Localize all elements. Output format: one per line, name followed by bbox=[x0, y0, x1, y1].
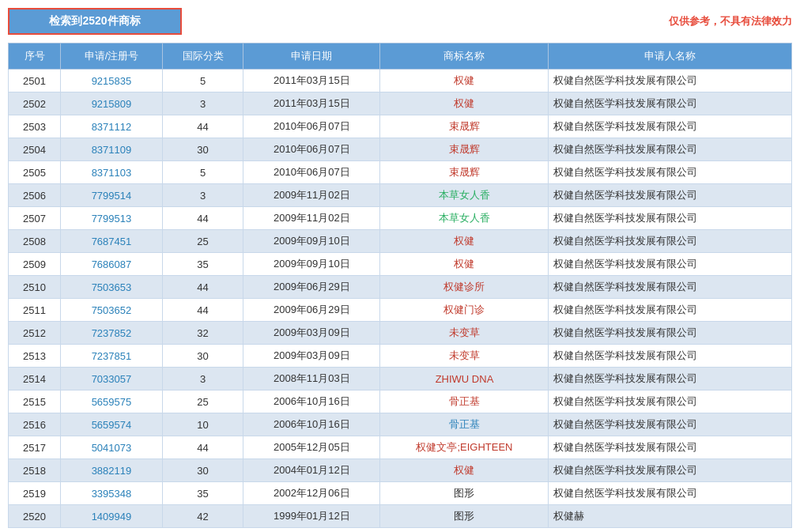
reg-no-link[interactable]: 1409949 bbox=[92, 511, 132, 523]
cell-applicant: 权健自然医学科技发展有限公司 bbox=[549, 138, 792, 161]
reg-no-link[interactable]: 7799513 bbox=[92, 213, 132, 224]
reg-no-link[interactable]: 3395348 bbox=[92, 488, 132, 500]
reg-no-link[interactable]: 7503653 bbox=[92, 281, 132, 293]
cell-reg-no: 9215835 bbox=[61, 70, 163, 92]
col-applicant: 申请人名称 bbox=[549, 43, 792, 70]
trademark-link[interactable]: 权健门诊 bbox=[443, 304, 485, 315]
cell-seq: 2506 bbox=[9, 184, 61, 207]
cell-trademark: 权健 bbox=[380, 253, 549, 276]
reg-no-link[interactable]: 9215809 bbox=[92, 98, 132, 110]
table-row: 25155659575252006年10月16日骨正基权健自然医学科技发展有限公… bbox=[9, 391, 792, 413]
trademark-link[interactable]: 本草女人香 bbox=[439, 189, 490, 201]
cell-reg-no: 7503652 bbox=[61, 299, 163, 322]
cell-applicant: 权健自然医学科技发展有限公司 bbox=[549, 299, 792, 322]
trademark-link[interactable]: ZHIWU DNA bbox=[436, 373, 494, 385]
reg-no-link[interactable]: 5041073 bbox=[92, 442, 132, 454]
cell-reg-no: 7503653 bbox=[61, 276, 163, 299]
cell-trademark: 权健诊所 bbox=[380, 276, 549, 299]
cell-int-class: 5 bbox=[162, 161, 243, 184]
cell-seq: 2503 bbox=[9, 115, 61, 138]
table-row: 2501921583552011年03月15日权健权健自然医学科技发展有限公司 bbox=[9, 70, 792, 92]
trademark-link[interactable]: 未变草 bbox=[449, 326, 480, 338]
trademark-link[interactable]: 束晟辉 bbox=[449, 143, 480, 155]
cell-trademark: 图形 bbox=[380, 505, 549, 528]
trademark-link[interactable]: 权健 bbox=[454, 235, 474, 247]
table-row: 25087687451252009年09月10日权健权健自然医学科技发展有限公司 bbox=[9, 230, 792, 253]
cell-applicant: 权健自然医学科技发展有限公司 bbox=[549, 184, 792, 207]
cell-apply-date: 2011年03月15日 bbox=[243, 92, 380, 115]
reg-no-link[interactable]: 8371112 bbox=[92, 121, 132, 133]
reg-no-link[interactable]: 3882119 bbox=[92, 465, 132, 477]
reg-no-link[interactable]: 9215835 bbox=[92, 75, 132, 87]
cell-applicant: 权健自然医学科技发展有限公司 bbox=[549, 161, 792, 184]
cell-applicant: 权健自然医学科技发展有限公司 bbox=[549, 276, 792, 299]
cell-apply-date: 2009年03月09日 bbox=[243, 322, 380, 345]
cell-int-class: 30 bbox=[162, 345, 243, 368]
cell-int-class: 3 bbox=[162, 368, 243, 391]
trademark-link[interactable]: 骨正基 bbox=[449, 395, 480, 407]
cell-trademark: 本草女人香 bbox=[380, 207, 549, 230]
reg-no-link[interactable]: 7687451 bbox=[92, 236, 132, 247]
trademark-link[interactable]: 权健文亭;EIGHTEEN bbox=[416, 441, 512, 453]
cell-reg-no: 9215809 bbox=[61, 92, 163, 115]
reg-no-link[interactable]: 7686087 bbox=[92, 258, 132, 270]
search-header: 检索到2520件商标 仅供参考，不具有法律效力 bbox=[8, 8, 792, 35]
cell-seq: 2509 bbox=[9, 253, 61, 276]
cell-seq: 2517 bbox=[9, 436, 61, 459]
trademark-link[interactable]: 束晟辉 bbox=[449, 120, 480, 132]
reg-no-link[interactable]: 8371103 bbox=[92, 167, 132, 179]
reg-no-link[interactable]: 7237851 bbox=[92, 350, 132, 362]
cell-reg-no: 8371103 bbox=[61, 161, 163, 184]
trademark-link[interactable]: 束晟辉 bbox=[449, 166, 480, 178]
cell-seq: 2508 bbox=[9, 230, 61, 253]
col-trademark: 商标名称 bbox=[380, 43, 549, 70]
trademark-link[interactable]: 图形 bbox=[454, 487, 474, 499]
trademark-link[interactable]: 本草女人香 bbox=[439, 212, 490, 224]
reg-no-link[interactable]: 7503652 bbox=[92, 304, 132, 316]
trademark-link[interactable]: 图形 bbox=[454, 510, 474, 522]
cell-trademark: 本草女人香 bbox=[380, 184, 549, 207]
cell-reg-no: 5041073 bbox=[61, 436, 163, 459]
cell-reg-no: 8371112 bbox=[61, 115, 163, 138]
cell-trademark: ZHIWU DNA bbox=[380, 368, 549, 391]
cell-int-class: 25 bbox=[162, 391, 243, 413]
cell-seq: 2510 bbox=[9, 276, 61, 299]
trademark-link[interactable]: 权健 bbox=[454, 74, 474, 86]
trademark-link[interactable]: 骨正基 bbox=[449, 418, 480, 430]
col-seq: 序号 bbox=[9, 43, 61, 70]
trademark-link[interactable]: 权健 bbox=[454, 97, 474, 109]
cell-trademark: 束晟辉 bbox=[380, 161, 549, 184]
reg-no-link[interactable]: 5659574 bbox=[92, 419, 132, 431]
cell-int-class: 30 bbox=[162, 459, 243, 482]
trademark-link[interactable]: 权健诊所 bbox=[443, 281, 485, 292]
cell-applicant: 权健赫 bbox=[549, 505, 792, 528]
reg-no-link[interactable]: 7799514 bbox=[92, 190, 132, 202]
reg-no-link[interactable]: 7237852 bbox=[92, 327, 132, 339]
table-row: 25183882119302004年01月12日权健权健自然医学科技发展有限公司 bbox=[9, 459, 792, 482]
cell-seq: 2512 bbox=[9, 322, 61, 345]
trademark-link[interactable]: 权健 bbox=[454, 464, 474, 476]
table-row: 25193395348352002年12月06日图形权健自然医学科技发展有限公司 bbox=[9, 482, 792, 505]
cell-trademark: 权健 bbox=[380, 230, 549, 253]
cell-int-class: 44 bbox=[162, 115, 243, 138]
cell-reg-no: 7237852 bbox=[61, 322, 163, 345]
cell-seq: 2516 bbox=[9, 413, 61, 436]
trademark-link[interactable]: 权健 bbox=[454, 258, 474, 270]
trademark-link[interactable]: 未变草 bbox=[449, 349, 480, 361]
cell-int-class: 44 bbox=[162, 276, 243, 299]
cell-apply-date: 2009年03月09日 bbox=[243, 345, 380, 368]
cell-apply-date: 2011年03月15日 bbox=[243, 70, 380, 92]
table-row: 25097686087352009年09月10日权健权健自然医学科技发展有限公司 bbox=[9, 253, 792, 276]
cell-apply-date: 2009年06月29日 bbox=[243, 299, 380, 322]
cell-apply-date: 2010年06月07日 bbox=[243, 115, 380, 138]
cell-trademark: 束晟辉 bbox=[380, 115, 549, 138]
reg-no-link[interactable]: 8371109 bbox=[92, 144, 132, 156]
cell-trademark: 骨正基 bbox=[380, 413, 549, 436]
cell-apply-date: 2009年11月02日 bbox=[243, 184, 380, 207]
cell-int-class: 44 bbox=[162, 207, 243, 230]
reg-no-link[interactable]: 7033057 bbox=[92, 373, 132, 385]
col-reg-no: 申请/注册号 bbox=[61, 43, 163, 70]
reg-no-link[interactable]: 5659575 bbox=[92, 396, 132, 408]
cell-applicant: 权健自然医学科技发展有限公司 bbox=[549, 92, 792, 115]
disclaimer: 仅供参考，不具有法律效力 bbox=[669, 14, 792, 28]
